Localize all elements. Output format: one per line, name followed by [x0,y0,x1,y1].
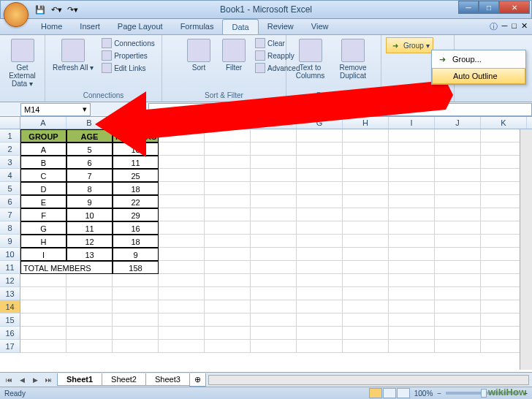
cell[interactable] [20,327,66,340]
cell[interactable] [343,221,389,235]
cell[interactable] [435,208,481,221]
col-header-d[interactable]: D [159,117,205,129]
cell[interactable] [297,327,343,340]
cell[interactable] [205,314,251,327]
cell[interactable] [251,235,297,248]
sort-button[interactable]: Sort [183,37,215,74]
cell[interactable] [159,340,205,353]
cell[interactable] [297,248,343,261]
row-header[interactable]: 16 [0,327,20,340]
cell[interactable] [66,274,113,287]
cell[interactable] [343,182,389,195]
cell[interactable]: 158 [113,261,159,274]
cell[interactable] [205,208,251,221]
cell[interactable]: 9 [66,195,113,208]
cell[interactable] [435,129,481,142]
cell[interactable] [343,287,389,300]
cell[interactable]: 7 [66,169,113,182]
text-to-columns-button[interactable]: Text to Columns [291,37,330,81]
cell[interactable] [343,340,389,353]
close-workbook-icon[interactable]: ✕ [521,21,528,32]
cell[interactable] [297,221,343,235]
cell[interactable]: 22 [113,195,159,208]
cell[interactable]: 29 [113,208,159,221]
sheet-tab-2[interactable]: Sheet2 [102,373,146,386]
cell[interactable] [435,327,481,340]
cell[interactable] [389,156,435,169]
cell[interactable] [389,327,435,340]
row-header[interactable]: 15 [0,314,20,327]
cell[interactable] [435,340,481,353]
sheet-tab-3[interactable]: Sheet3 [145,373,190,386]
col-header-k[interactable]: K [481,117,527,129]
tab-review[interactable]: Review [259,19,303,34]
tab-data[interactable]: Data [222,19,258,34]
row-header[interactable]: 3 [0,156,20,169]
cell[interactable] [389,261,435,274]
cell[interactable] [159,248,205,261]
cell[interactable] [159,129,205,142]
cell[interactable]: 9 [113,248,159,261]
group-button[interactable]: ➜ Group ▾ [386,37,433,53]
cell[interactable] [20,287,66,300]
horizontal-scrollbar[interactable] [208,375,529,385]
row-header[interactable]: 5 [0,182,20,195]
cell[interactable] [343,235,389,248]
cell[interactable] [297,287,343,300]
cell[interactable] [113,340,159,353]
cell[interactable] [343,156,389,169]
cell[interactable]: I [20,248,66,261]
cell[interactable] [251,261,297,274]
cell[interactable] [389,235,435,248]
cell[interactable] [389,208,435,221]
cell[interactable] [297,142,343,156]
cell[interactable] [435,182,481,195]
cell[interactable]: GROUP [20,129,66,142]
cell[interactable] [159,195,205,208]
cell[interactable] [343,142,389,156]
cell[interactable] [159,300,205,314]
cell[interactable] [297,314,343,327]
cell[interactable] [435,261,481,274]
cell[interactable]: 18 [113,182,159,195]
cell[interactable]: 8 [66,182,113,195]
cell[interactable] [251,182,297,195]
cell[interactable] [297,129,343,142]
maximize-button[interactable]: □ [479,1,499,14]
cell[interactable] [343,248,389,261]
cell[interactable] [389,221,435,235]
cell[interactable] [205,169,251,182]
cell[interactable]: 12 [66,235,113,248]
cell[interactable]: MEMBERS [113,129,159,142]
col-header-g[interactable]: G [297,117,343,129]
cell[interactable] [389,248,435,261]
cell[interactable] [251,169,297,182]
vertical-scrollbar[interactable] [520,129,532,370]
col-header-a[interactable]: A [20,117,66,129]
cell[interactable] [297,169,343,182]
connections-button[interactable]: Connections [99,37,157,49]
cell[interactable] [66,314,113,327]
auto-outline-menu-item[interactable]: Auto Outline [432,68,525,84]
cell[interactable] [113,287,159,300]
cell[interactable] [435,195,481,208]
cell[interactable] [251,314,297,327]
name-box[interactable]: M14▾ [20,103,91,116]
col-header-f[interactable]: F [251,117,297,129]
properties-button[interactable]: Properties [99,50,157,61]
col-header-i[interactable]: I [389,117,435,129]
cell[interactable] [343,195,389,208]
cell[interactable] [389,195,435,208]
cell[interactable] [113,300,159,314]
refresh-all-button[interactable]: Refresh All ▾ [50,37,96,74]
row-header[interactable]: 4 [0,169,20,182]
cell[interactable] [297,274,343,287]
col-header-b[interactable]: B [66,117,113,129]
cell[interactable] [205,261,251,274]
cell[interactable] [389,340,435,353]
cell[interactable] [435,221,481,235]
cell[interactable] [159,221,205,235]
cell[interactable] [20,274,66,287]
remove-duplicates-button[interactable]: Remove Duplicat [332,37,373,81]
row-header[interactable]: 10 [0,248,20,261]
